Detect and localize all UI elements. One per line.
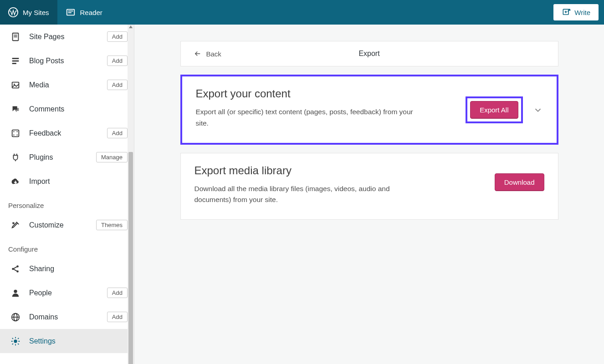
plugins-icon <box>10 152 21 163</box>
export-all-button[interactable]: Export All <box>470 101 518 119</box>
svg-point-17 <box>16 131 17 132</box>
sidebar-item-site-pages[interactable]: Site Pages Add <box>0 25 134 49</box>
sidebar-item-customize[interactable]: Customize Themes <box>0 213 134 237</box>
sidebar-item-label: Domains <box>29 313 99 321</box>
sidebar-item-import[interactable]: Import <box>0 169 134 193</box>
manage-button[interactable]: Manage <box>96 152 128 162</box>
add-button[interactable]: Add <box>107 128 128 138</box>
sidebar-item-label: Import <box>29 177 128 186</box>
scroll-up-arrow-icon[interactable] <box>129 25 133 28</box>
sidebar-item-label: Blog Posts <box>29 57 99 65</box>
topbar: My Sites Reader Write <box>0 0 604 25</box>
write-button[interactable]: Write <box>553 4 599 20</box>
svg-rect-15 <box>12 130 19 136</box>
sidebar-item-sharing[interactable]: Sharing <box>0 257 134 281</box>
nav-my-sites[interactable]: My Sites <box>0 0 57 25</box>
sidebar-item-feedback[interactable]: Feedback Add <box>0 121 134 145</box>
sidebar-scrollbar[interactable] <box>128 25 134 364</box>
export-content-desc: Export all (or specific) text content (p… <box>196 106 419 129</box>
comments-icon <box>10 104 21 115</box>
domains-icon <box>10 312 21 323</box>
add-button[interactable]: Add <box>107 56 128 66</box>
nav-my-sites-label: My Sites <box>23 9 49 16</box>
write-icon <box>562 8 571 17</box>
arrow-left-icon <box>194 50 202 58</box>
wordpress-icon <box>8 7 18 17</box>
export-all-highlight: Export All <box>466 96 522 123</box>
svg-point-19 <box>16 134 17 135</box>
customize-icon <box>10 220 21 231</box>
page-title: Export <box>358 50 379 58</box>
sidebar-item-label: Comments <box>29 105 128 113</box>
media-icon <box>10 80 21 91</box>
sidebar-item-media[interactable]: Media Add <box>0 73 134 97</box>
write-button-label: Write <box>574 9 590 16</box>
back-button[interactable]: Back <box>194 50 221 58</box>
sharing-icon <box>10 263 21 274</box>
main-content: Back Export Export your content Export a… <box>134 25 604 364</box>
sidebar-item-label: Plugins <box>29 153 88 162</box>
svg-point-29 <box>14 340 17 343</box>
back-label: Back <box>206 50 221 58</box>
posts-icon <box>10 56 21 66</box>
sidebar-item-label: Settings <box>29 337 128 345</box>
nav-reader-label: Reader <box>80 9 102 16</box>
add-button[interactable]: Add <box>107 288 128 298</box>
scrollbar-thumb[interactable] <box>128 152 133 364</box>
sidebar-item-label: Site Pages <box>29 33 99 41</box>
page-header: Back Export <box>180 41 558 66</box>
svg-point-16 <box>13 131 14 132</box>
export-media-heading: Export media library <box>195 164 484 177</box>
svg-point-25 <box>14 289 17 293</box>
sidebar-item-settings[interactable]: Settings <box>0 329 134 353</box>
sidebar-item-people[interactable]: People Add <box>0 281 134 305</box>
section-personalize: Personalize <box>0 193 134 213</box>
themes-button[interactable]: Themes <box>96 220 128 230</box>
export-content-heading: Export your content <box>196 87 455 100</box>
sidebar-item-label: Sharing <box>29 265 128 273</box>
sidebar-item-label: Feedback <box>29 129 99 137</box>
import-icon <box>10 176 21 187</box>
sidebar-item-label: Media <box>29 81 99 89</box>
add-button[interactable]: Add <box>107 312 128 322</box>
sidebar-item-blog-posts[interactable]: Blog Posts Add <box>0 49 134 73</box>
add-button[interactable]: Add <box>107 80 128 90</box>
expand-toggle[interactable] <box>533 105 543 115</box>
settings-icon <box>10 336 21 347</box>
svg-line-23 <box>14 267 16 268</box>
chevron-down-icon <box>533 105 543 115</box>
reader-icon <box>66 7 76 17</box>
add-button[interactable]: Add <box>107 31 128 42</box>
sidebar-item-domains[interactable]: Domains Add <box>0 305 134 329</box>
svg-point-18 <box>13 134 14 135</box>
sidebar: Site Pages Add Blog Posts Add Media Add … <box>0 25 134 364</box>
sidebar-item-label: Customize <box>29 221 88 229</box>
people-icon <box>10 288 21 298</box>
nav-reader[interactable]: Reader <box>57 0 111 25</box>
section-configure: Configure <box>0 237 134 257</box>
download-button[interactable]: Download <box>495 173 544 191</box>
feedback-icon <box>10 128 21 139</box>
export-media-card: Export media library Download all the me… <box>180 153 558 220</box>
export-media-desc: Download all the media library files (im… <box>195 183 418 206</box>
sidebar-item-comments[interactable]: Comments <box>0 97 134 121</box>
sidebar-item-plugins[interactable]: Plugins Manage <box>0 145 134 169</box>
svg-line-24 <box>14 269 16 271</box>
topbar-left: My Sites Reader <box>0 0 111 25</box>
export-content-card: Export your content Export all (or speci… <box>180 75 558 145</box>
sidebar-item-label: People <box>29 289 99 297</box>
page-icon <box>10 31 21 42</box>
